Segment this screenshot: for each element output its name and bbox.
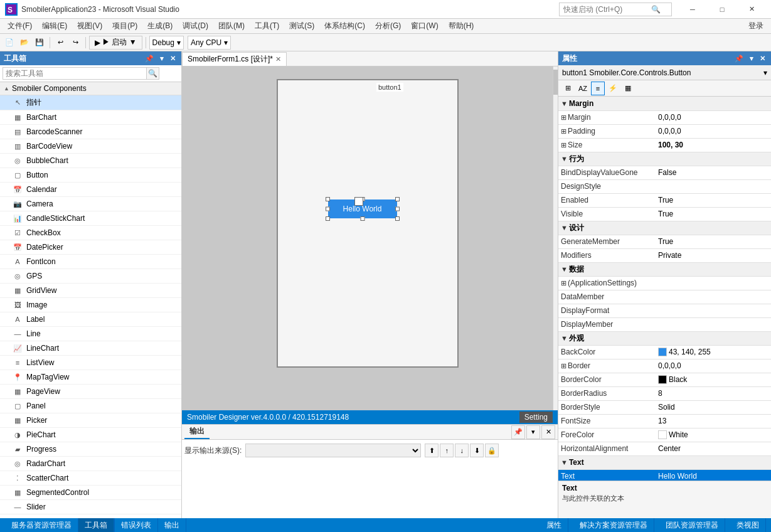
- props-row-binddisplay[interactable]: BindDisplayValueGoneFalse: [558, 166, 771, 179]
- toolbox-item-checkbox[interactable]: ☑ CheckBox: [0, 226, 181, 240]
- move-handle-icon[interactable]: ✛: [354, 197, 363, 206]
- quick-search-box[interactable]: 🔍: [559, 3, 672, 16]
- toolbox-search-icon[interactable]: 🔍: [147, 67, 159, 80]
- toolbar-open[interactable]: 📂: [18, 36, 31, 50]
- designer-tab-close-icon[interactable]: ✕: [275, 55, 281, 63]
- toolbar-new[interactable]: 📄: [3, 36, 16, 50]
- props-row-enabled[interactable]: EnabledTrue: [558, 193, 771, 207]
- toolbox-item-barcodescanner[interactable]: ▤ BarcodeScanner: [0, 125, 181, 139]
- props-row-datamember[interactable]: DataMember: [558, 290, 771, 304]
- platform-dropdown[interactable]: Any CPU ▾: [188, 36, 231, 50]
- toolbox-item-maptagview[interactable]: 📍 MapTagView: [0, 370, 181, 385]
- output-source-select[interactable]: [245, 444, 421, 457]
- props-row-bordercolor[interactable]: BorderColor Black: [558, 373, 771, 386]
- output-dropdown-icon[interactable]: ▾: [526, 425, 540, 439]
- props-row-margin[interactable]: ⊞Margin0,0,0,0: [558, 110, 771, 124]
- designer-tab[interactable]: SmobilerForm1.cs [设计]* ✕: [182, 52, 287, 66]
- toolbox-item-line[interactable]: — Line: [0, 327, 181, 341]
- menu-window[interactable]: 窗口(W): [406, 19, 443, 33]
- props-extra-icon[interactable]: ▦: [621, 82, 635, 95]
- menu-project[interactable]: 项目(P): [107, 19, 142, 33]
- props-row-size[interactable]: ⊞Size100, 30: [558, 138, 771, 152]
- toolbox-item-linechart[interactable]: 📈 LineChart: [0, 341, 181, 356]
- props-row-appsettings[interactable]: ⊞(ApplicationSettings): [558, 276, 771, 290]
- phone-content[interactable]: Hello World: [278, 80, 457, 366]
- toolbox-item-barcodeview[interactable]: ▥ BarCodeView: [0, 139, 181, 154]
- toolbox-item-scatterchart[interactable]: ⁚ ScatterChart: [0, 471, 181, 486]
- status-tab-server-explorer[interactable]: 服务器资源管理器: [5, 518, 78, 532]
- handle-bottom-right[interactable]: [395, 216, 400, 221]
- toolbox-item-radarchart[interactable]: ◎ RadarChart: [0, 457, 181, 471]
- props-row-border[interactable]: ⊞Border0,0,0,0: [558, 359, 771, 373]
- props-row-text[interactable]: Text Hello World: [558, 469, 771, 481]
- quick-search-input[interactable]: [563, 5, 651, 14]
- props-group-design[interactable]: ▼设计: [558, 221, 771, 235]
- props-row-forecolor[interactable]: ForeColor White: [558, 428, 771, 442]
- output-tab-output[interactable]: 输出: [184, 425, 210, 439]
- props-group-data[interactable]: ▼数据: [558, 262, 771, 276]
- menu-view[interactable]: 视图(V): [72, 19, 107, 33]
- toolbox-item-candlestickchart[interactable]: 📊 CandleStickChart: [0, 211, 181, 226]
- toolbox-item-slider[interactable]: — Slider: [0, 500, 181, 514]
- toolbox-item-gridview[interactable]: ▦ GridView: [0, 284, 181, 298]
- toolbox-item-progress[interactable]: ▰ Progress: [0, 442, 181, 457]
- start-button[interactable]: ▶ ▶ 启动 ▼: [89, 36, 142, 50]
- selected-button-wrapper[interactable]: Hello World: [328, 200, 397, 218]
- status-tab-error-list[interactable]: 错误列表: [115, 518, 158, 532]
- restore-button[interactable]: □: [708, 0, 736, 19]
- props-close-icon[interactable]: ✕: [758, 54, 767, 63]
- menu-file[interactable]: 文件(F): [3, 19, 37, 33]
- props-row-modifiers[interactable]: ModifiersPrivate: [558, 248, 771, 262]
- props-properties-icon[interactable]: ≡: [591, 82, 605, 95]
- toolbar-undo[interactable]: ↩: [53, 36, 67, 50]
- handle-bottom-left[interactable]: [326, 216, 330, 221]
- props-dropdown-icon[interactable]: ▾: [748, 54, 755, 63]
- props-row-halign[interactable]: HorizontalAlignmentCenter: [558, 442, 771, 455]
- toolbox-search-input[interactable]: [3, 67, 147, 80]
- toolbox-item-fonticon[interactable]: A FontIcon: [0, 255, 181, 269]
- props-alphabetical-icon[interactable]: AZ: [576, 82, 590, 95]
- status-tab-team-explorer[interactable]: 团队资源管理器: [659, 518, 725, 532]
- handle-middle-left[interactable]: [326, 207, 330, 211]
- toolbox-item-datepicker[interactable]: 📅 DatePicker: [0, 240, 181, 255]
- toolbox-item-picker[interactable]: ▦ Picker: [0, 413, 181, 428]
- minimize-button[interactable]: ─: [678, 0, 707, 19]
- handle-top-right[interactable]: [395, 197, 400, 201]
- output-close-icon[interactable]: ✕: [541, 425, 555, 439]
- menu-help[interactable]: 帮助(H): [444, 19, 479, 33]
- output-action-1[interactable]: ⬆: [425, 444, 439, 457]
- toolbox-item-calendar[interactable]: 📅 Calendar: [0, 183, 181, 197]
- props-group-text-header[interactable]: ▼Text: [558, 455, 771, 469]
- output-action-4[interactable]: ⬇: [470, 444, 484, 457]
- toolbox-item-barchart[interactable]: ▦ BarChart: [0, 110, 181, 125]
- toolbox-pin-icon[interactable]: 📌: [143, 54, 156, 63]
- menu-architecture[interactable]: 体系结构(C): [319, 19, 370, 33]
- props-row-displayformat[interactable]: DisplayFormat: [558, 304, 771, 317]
- props-group-margin[interactable]: ▼Margin: [558, 97, 771, 110]
- props-group-appearance[interactable]: ▼外观: [558, 331, 771, 345]
- toolbar-save-all[interactable]: 💾: [33, 36, 46, 50]
- menu-edit[interactable]: 编辑(E): [37, 19, 72, 33]
- menu-analyze[interactable]: 分析(G): [370, 19, 406, 33]
- toolbox-item-label[interactable]: A Label: [0, 312, 181, 327]
- props-categorized-icon[interactable]: ⊞: [561, 82, 575, 95]
- toolbox-item-pageview[interactable]: ▦ PageView: [0, 385, 181, 399]
- status-tab-properties[interactable]: 属性: [540, 518, 568, 532]
- props-pin-icon[interactable]: 📌: [733, 54, 745, 63]
- toolbox-item-pointer[interactable]: ↖ 指针: [0, 95, 181, 110]
- toolbox-item-gps[interactable]: ◎ GPS: [0, 269, 181, 284]
- status-tab-toolbox[interactable]: 工具箱: [78, 518, 114, 532]
- toolbox-close-icon[interactable]: ✕: [168, 54, 178, 63]
- output-pin-icon[interactable]: 📌: [511, 425, 525, 439]
- toolbox-item-listview[interactable]: ≡ ListView: [0, 356, 181, 370]
- handle-bottom-middle[interactable]: [360, 216, 364, 221]
- toolbox-item-segmented[interactable]: ▦ SegmentedControl: [0, 486, 181, 500]
- hello-world-button[interactable]: Hello World: [328, 200, 397, 218]
- toolbox-item-piechart[interactable]: ◑ PieChart: [0, 428, 181, 442]
- output-action-3[interactable]: ↓: [455, 444, 469, 457]
- toolbox-dropdown-icon[interactable]: ▾: [158, 54, 166, 63]
- designer-scroll[interactable]: button1 Hello World: [182, 66, 553, 410]
- status-tab-output[interactable]: 输出: [158, 518, 186, 532]
- output-action-5[interactable]: 🔒: [485, 444, 499, 457]
- toolbox-category-header[interactable]: Smobiler Components: [0, 82, 181, 95]
